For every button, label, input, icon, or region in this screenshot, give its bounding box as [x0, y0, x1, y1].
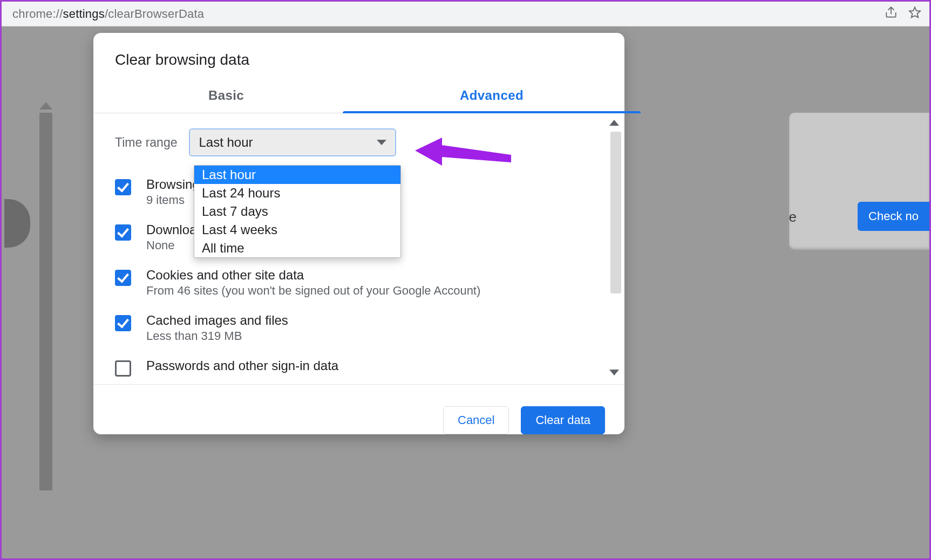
- chevron-down-icon: [377, 140, 386, 145]
- dropdown-option[interactable]: All time: [194, 239, 400, 257]
- cancel-button[interactable]: Cancel: [443, 406, 509, 434]
- item-title: Cookies and other site data: [146, 268, 480, 283]
- dialog-tabs: Basic Advanced: [93, 80, 624, 113]
- time-range-select[interactable]: Last hour: [189, 128, 396, 156]
- clear-data-button[interactable]: Clear data: [521, 406, 605, 434]
- page-scroll-up-icon: [39, 102, 52, 110]
- url-path: /clearBrowserData: [105, 7, 204, 21]
- tab-advanced[interactable]: Advanced: [359, 80, 624, 113]
- checkbox-cached-images[interactable]: [115, 315, 131, 331]
- bookmark-star-icon[interactable]: [908, 5, 922, 23]
- background-avatar-fragment: [4, 199, 30, 248]
- item-title: Cached images and files: [146, 313, 288, 328]
- list-item: Passwords and other sign-in data: [115, 358, 603, 377]
- url-scheme: chrome://: [12, 7, 63, 21]
- background-text-fragment: e: [789, 209, 797, 226]
- url-host: settings: [63, 7, 105, 21]
- dropdown-option[interactable]: Last 24 hours: [194, 184, 400, 202]
- item-subtitle: Less than 319 MB: [146, 329, 288, 343]
- checkbox-passwords[interactable]: [115, 360, 131, 377]
- dropdown-option[interactable]: Last 7 days: [194, 202, 400, 221]
- time-range-dropdown[interactable]: Last hour Last 24 hours Last 7 days Last…: [194, 165, 401, 258]
- item-title: Passwords and other sign-in data: [146, 358, 338, 373]
- inner-scrollbar-thumb[interactable]: [610, 132, 621, 293]
- dropdown-option[interactable]: Last 4 weeks: [194, 221, 400, 239]
- time-range-value: Last hour: [199, 135, 253, 150]
- share-icon[interactable]: [884, 5, 898, 23]
- dialog-title: Clear browsing data: [93, 33, 624, 80]
- inner-scroll-up-icon[interactable]: [609, 120, 619, 126]
- list-item: Cookies and other site data From 46 site…: [115, 268, 603, 298]
- list-item: Cached images and files Less than 319 MB: [115, 313, 603, 343]
- page-scrollbar[interactable]: [39, 113, 52, 490]
- address-bar[interactable]: chrome://settings/clearBrowserData: [2, 2, 929, 26]
- dropdown-option[interactable]: Last hour: [194, 166, 400, 184]
- check-now-button[interactable]: Check no: [858, 202, 929, 231]
- item-subtitle: From 46 sites (you won't be signed out o…: [146, 284, 480, 298]
- inner-scroll-down-icon[interactable]: [609, 370, 619, 375]
- tab-basic[interactable]: Basic: [93, 80, 359, 113]
- time-range-label: Time range: [115, 135, 177, 150]
- checkbox-browsing-history[interactable]: [115, 179, 131, 195]
- checkbox-download-history[interactable]: [115, 224, 131, 241]
- dialog-footer: Cancel Clear data: [93, 384, 624, 434]
- checkbox-cookies[interactable]: [115, 270, 131, 286]
